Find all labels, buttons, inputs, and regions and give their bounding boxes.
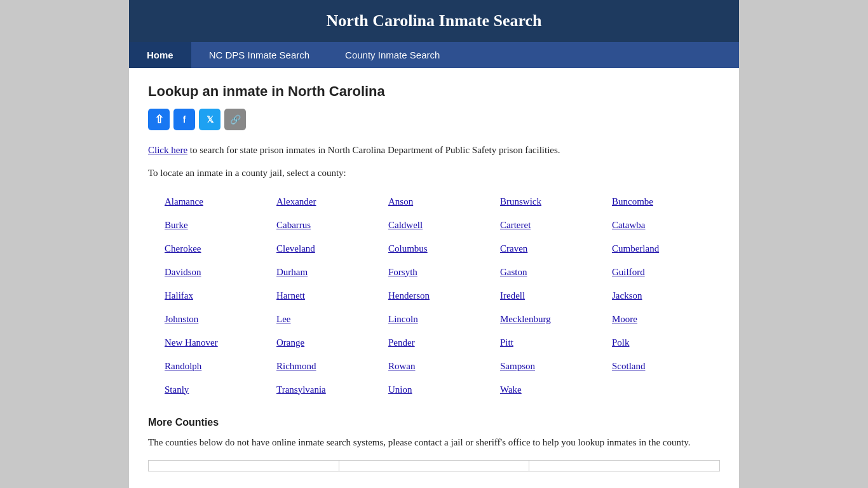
county-cell: Transylvania <box>273 378 384 402</box>
county-link[interactable]: Harnett <box>276 290 305 301</box>
county-link[interactable]: Rowan <box>388 361 416 371</box>
share-button[interactable]: ⇧ <box>148 109 170 130</box>
county-link[interactable]: Alexander <box>276 196 316 207</box>
county-cell: Pender <box>384 331 496 355</box>
county-link[interactable]: Johnston <box>165 314 198 324</box>
county-link[interactable]: Cumberland <box>612 243 659 254</box>
county-cell: Mecklenburg <box>496 308 608 331</box>
county-cell: Rowan <box>384 355 496 378</box>
page-title: Lookup an inmate in North Carolina <box>148 83 720 100</box>
county-link[interactable]: Caldwell <box>388 220 423 230</box>
county-link[interactable]: Davidson <box>165 267 201 277</box>
county-cell: Lee <box>273 308 384 331</box>
county-link[interactable]: Columbus <box>388 243 428 254</box>
county-link[interactable]: Mecklenburg <box>500 314 551 324</box>
county-link[interactable]: Anson <box>388 196 413 207</box>
more-counties-title: More Counties <box>148 417 720 428</box>
dps-search-link[interactable]: Click here <box>148 145 187 155</box>
social-buttons: ⇧ f 𝕏 🔗 <box>148 109 720 130</box>
county-link[interactable]: Buncombe <box>612 196 653 207</box>
county-cell: Richmond <box>273 355 384 378</box>
county-link[interactable]: Gaston <box>500 267 527 277</box>
county-link[interactable]: New Hanover <box>165 337 218 348</box>
copy-link-button[interactable]: 🔗 <box>224 109 246 130</box>
nav-home[interactable]: Home <box>129 42 191 68</box>
county-cell: Iredell <box>496 284 608 308</box>
county-cell: Cumberland <box>608 237 720 261</box>
county-cell: Randolph <box>161 355 273 378</box>
county-link[interactable]: Scotland <box>612 361 646 371</box>
county-cell: Scotland <box>608 355 720 378</box>
table-cell <box>149 460 339 471</box>
county-cell: Anson <box>384 190 496 214</box>
county-link[interactable]: Cherokee <box>165 243 201 254</box>
county-link[interactable]: Cabarrus <box>276 220 311 230</box>
nav-county[interactable]: County Inmate Search <box>327 42 458 68</box>
county-link[interactable]: Lincoln <box>388 314 418 324</box>
county-cell: Cherokee <box>161 237 273 261</box>
county-link[interactable]: Halifax <box>165 290 193 301</box>
main-nav: Home NC DPS Inmate Search County Inmate … <box>129 42 739 68</box>
county-link[interactable]: Union <box>388 384 412 395</box>
table-cell <box>529 460 720 471</box>
county-link[interactable]: Pender <box>388 337 415 348</box>
county-link[interactable]: Durham <box>276 267 308 277</box>
county-link[interactable]: Lee <box>276 314 290 324</box>
county-link[interactable]: Forsyth <box>388 267 417 277</box>
county-link[interactable]: Moore <box>612 314 637 324</box>
county-cell: Sampson <box>496 355 608 378</box>
county-link[interactable]: Pitt <box>500 337 513 348</box>
county-cell: Catawba <box>608 214 720 237</box>
county-cell: Lincoln <box>384 308 496 331</box>
site-header: North Carolina Inmate Search <box>129 0 739 42</box>
county-cell: Craven <box>496 237 608 261</box>
county-cell: Columbus <box>384 237 496 261</box>
county-link[interactable]: Cleveland <box>276 243 315 254</box>
twitter-button[interactable]: 𝕏 <box>199 109 220 130</box>
county-intro: To locate an inmate in a county jail, se… <box>148 168 720 179</box>
county-link[interactable]: Sampson <box>500 361 535 371</box>
county-cell: Polk <box>608 331 720 355</box>
county-link[interactable]: Randolph <box>165 361 201 371</box>
county-cell: Brunswick <box>496 190 608 214</box>
county-link[interactable]: Henderson <box>388 290 430 301</box>
county-cell: Alamance <box>161 190 273 214</box>
county-cell: Durham <box>273 261 384 284</box>
county-grid: AlamanceAlexanderAnsonBrunswickBuncombeB… <box>161 190 720 402</box>
county-link[interactable]: Stanly <box>165 384 189 395</box>
table-cell <box>339 460 529 471</box>
county-cell: Davidson <box>161 261 273 284</box>
county-cell: Harnett <box>273 284 384 308</box>
description-text: Click here to search for state prison in… <box>148 143 720 158</box>
county-cell: Caldwell <box>384 214 496 237</box>
county-link[interactable]: Burke <box>165 220 188 230</box>
nav-dps[interactable]: NC DPS Inmate Search <box>191 42 327 68</box>
county-cell: Moore <box>608 308 720 331</box>
county-cell: Burke <box>161 214 273 237</box>
county-cell: Orange <box>273 331 384 355</box>
more-counties-table <box>148 460 720 471</box>
county-link[interactable]: Orange <box>276 337 304 348</box>
county-link[interactable]: Jackson <box>612 290 642 301</box>
county-cell: Cleveland <box>273 237 384 261</box>
county-link[interactable]: Richmond <box>276 361 316 371</box>
county-cell: Wake <box>496 378 608 402</box>
county-cell: Henderson <box>384 284 496 308</box>
county-cell: Gaston <box>496 261 608 284</box>
county-cell: Guilford <box>608 261 720 284</box>
county-link[interactable]: Craven <box>500 243 527 254</box>
county-cell: Pitt <box>496 331 608 355</box>
county-link[interactable]: Brunswick <box>500 196 541 207</box>
county-link[interactable]: Alamance <box>165 196 203 207</box>
county-link[interactable]: Catawba <box>612 220 645 230</box>
county-link[interactable]: Iredell <box>500 290 525 301</box>
county-link[interactable]: Polk <box>612 337 630 348</box>
facebook-button[interactable]: f <box>173 109 195 130</box>
county-link[interactable]: Guilford <box>612 267 645 277</box>
main-content: Lookup an inmate in North Carolina ⇧ f 𝕏… <box>129 68 739 487</box>
county-link[interactable]: Carteret <box>500 220 531 230</box>
county-link[interactable]: Wake <box>500 384 522 395</box>
county-cell: Jackson <box>608 284 720 308</box>
county-link[interactable]: Transylvania <box>276 384 326 395</box>
county-cell: New Hanover <box>161 331 273 355</box>
